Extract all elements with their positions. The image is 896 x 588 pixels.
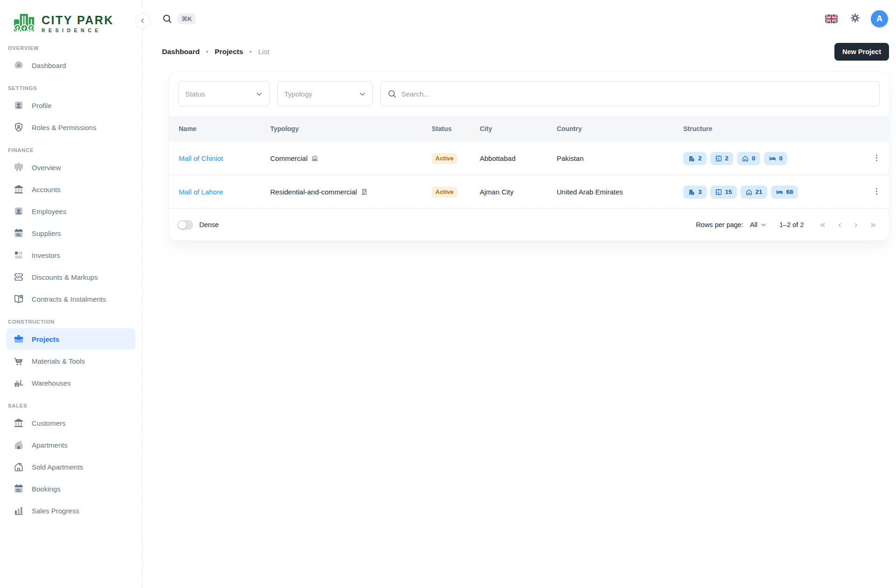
sidebar-item-customers[interactable]: Customers (7, 412, 135, 434)
topbar: ⌘K (162, 0, 889, 35)
sidebar-item-dashboard[interactable]: Dashboard (7, 55, 135, 76)
first-page-icon[interactable]: « (816, 218, 829, 232)
sidebar-section-label-finance: FINANCE (8, 147, 134, 153)
sidebar-item-label: Dashboard (32, 62, 66, 69)
structure-chip-count: 0 (752, 155, 756, 162)
status-badge: Active (432, 187, 457, 198)
project-name-link[interactable]: Mall of Lahore (179, 188, 270, 196)
settings-button[interactable] (847, 10, 863, 28)
brand-tagline: RESIDENCE (42, 28, 114, 33)
house-filled-icon (13, 439, 24, 450)
new-project-button[interactable]: New Project (834, 43, 889, 61)
breadcrumb-projects[interactable]: Projects (215, 48, 243, 56)
profile-icon (13, 100, 24, 111)
sidebar-item-employees[interactable]: Employees (7, 201, 135, 222)
project-name-link[interactable]: Mall of Chiniot (179, 154, 270, 162)
search-icon (162, 14, 173, 24)
house-sold-icon (13, 461, 24, 472)
sidebar-item-profile[interactable]: Profile (7, 95, 135, 116)
language-button[interactable] (822, 12, 840, 26)
kebab-icon (872, 191, 882, 198)
sidebar-item-sales-progress[interactable]: Sales Progress (7, 500, 135, 521)
chevron-left-icon (139, 17, 146, 26)
table-search-input[interactable] (401, 90, 873, 98)
structure-chip-bed: 68 (771, 186, 798, 199)
pagination-controls: «‹›» (816, 218, 880, 232)
status-cell: Active (432, 187, 480, 198)
dense-toggle[interactable] (177, 220, 193, 230)
breadcrumb-current: List (258, 48, 269, 56)
sidebar-item-sold-apartments[interactable]: Sold Apartments (7, 456, 135, 477)
sidebar-item-investors[interactable]: Investors (7, 244, 135, 266)
structure-chip-floorplan: 15 (710, 186, 737, 199)
cart-icon (13, 355, 24, 367)
office-small-icon (360, 188, 368, 196)
table-row-mall-of-chiniot: Mall of ChiniotCommercialActiveAbbottaba… (169, 142, 889, 175)
status-badge: Active (432, 153, 457, 164)
bed-icon (769, 154, 777, 162)
structure-cell: 3152168 (683, 186, 861, 199)
overview-icon (13, 162, 24, 173)
row-actions-button[interactable] (868, 149, 885, 168)
country-cell: Pakistan (557, 154, 683, 162)
typology-filter-select[interactable]: Typology (277, 81, 373, 106)
roles-icon (13, 122, 24, 133)
row-actions-button[interactable] (868, 183, 885, 201)
prev-page-icon[interactable]: ‹ (834, 218, 845, 232)
main-content: ⌘K (142, 0, 896, 588)
next-page-icon[interactable]: › (850, 218, 861, 232)
sidebar-item-label: Sold Apartments (32, 463, 83, 471)
rows-per-page-label: Rows per page: (696, 221, 743, 228)
breadcrumb-separator-dot (206, 51, 208, 53)
sidebar-item-projects[interactable]: Projects (7, 328, 135, 350)
brand-logo[interactable]: CITY PARK RESIDENCE (0, 0, 142, 36)
typology-label: Residential-and-commercial (270, 188, 357, 196)
bed-icon (776, 188, 784, 196)
global-search-button[interactable]: ⌘K (162, 14, 196, 24)
sidebar-item-overview[interactable]: Overview (7, 157, 135, 178)
sidebar-item-label: Discounts & Markups (32, 273, 98, 281)
sidebar-section-label-sales: SALES (8, 403, 134, 408)
table-header-row: NameTypologyStatusCityCountryStructure (169, 116, 889, 142)
sidebar-section-label-construction: CONSTRUCTION (8, 319, 134, 325)
city-park-logo-icon (12, 11, 37, 36)
floorplan-icon (715, 188, 722, 196)
city-cell: Ajman City (480, 188, 557, 196)
sidebar-item-contracts-instalments[interactable]: Contracts & Instalments (7, 288, 135, 310)
sidebar-item-accounts[interactable]: Accounts (7, 179, 135, 200)
table-body: Mall of ChiniotCommercialActiveAbbottaba… (169, 142, 889, 209)
sidebar-item-label: Projects (32, 335, 59, 343)
forklift-icon (13, 377, 24, 388)
investors-icon (13, 249, 24, 261)
bank-duo-icon (13, 184, 24, 195)
structure-chip-count: 3 (698, 188, 702, 195)
sidebar-item-warehouses[interactable]: Warehouses (7, 372, 135, 394)
structure-chip-house: 0 (737, 152, 760, 165)
sidebar-item-bookings[interactable]: Bookings (7, 478, 135, 499)
sidebar-item-label: Warehouses (32, 379, 71, 387)
structure-chip-count: 21 (756, 188, 763, 195)
brand-name: CITY PARK (42, 14, 114, 26)
sidebar-item-apartments[interactable]: Apartments (7, 434, 135, 456)
chevron-down-icon (255, 90, 264, 98)
sidebar-item-label: Overview (32, 164, 61, 172)
status-cell: Active (432, 153, 480, 164)
sidebar-collapse-button[interactable] (135, 14, 150, 29)
sidebar-item-materials-tools[interactable]: Materials & Tools (7, 350, 135, 372)
floorplan-icon (715, 155, 722, 162)
rows-per-page-select[interactable]: All (750, 221, 767, 228)
typology-filter-label: Typology (284, 90, 312, 98)
gear-icon (850, 13, 861, 25)
sidebar-item-discounts-markups[interactable]: Discounts & Markups (7, 266, 135, 288)
page-head: Dashboard Projects List New Project (162, 43, 889, 61)
user-avatar[interactable]: A (870, 9, 889, 28)
last-page-icon[interactable]: » (866, 218, 880, 232)
building-icon (688, 155, 695, 162)
status-filter-select[interactable]: Status (178, 81, 270, 106)
structure-chip-count: 2 (725, 155, 729, 162)
sidebar-item-label: Accounts (32, 186, 61, 194)
breadcrumb-dashboard[interactable]: Dashboard (162, 48, 200, 56)
sidebar-item-roles-permissions[interactable]: Roles & Permissions (7, 117, 135, 138)
sidebar-item-suppliers[interactable]: Suppliers (7, 222, 135, 244)
sidebar-item-label: Investors (32, 251, 60, 259)
